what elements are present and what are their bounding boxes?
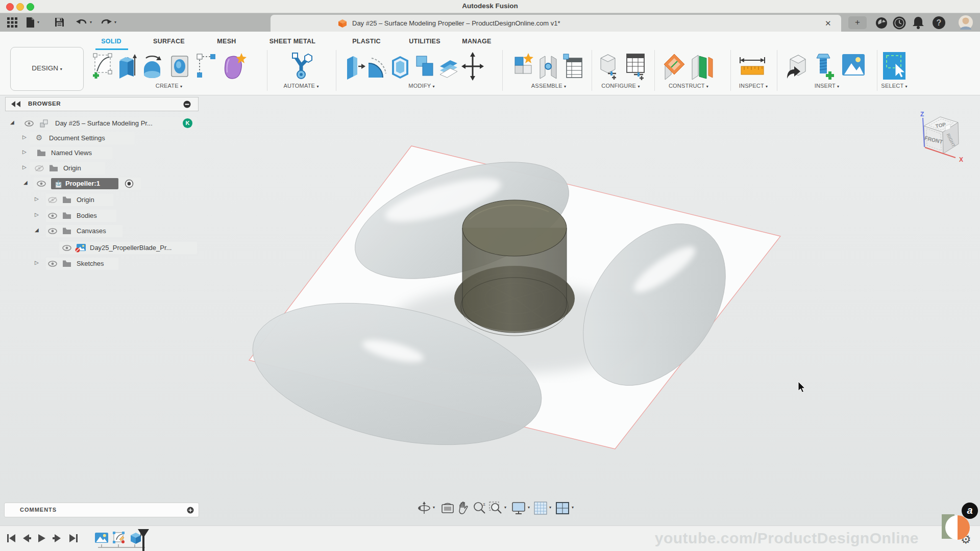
viewports-icon[interactable] — [555, 502, 570, 515]
group-label-insert[interactable]: INSERT ▾ — [815, 83, 840, 89]
zoom-window-icon[interactable] — [489, 502, 502, 515]
pattern-icon[interactable] — [195, 52, 217, 81]
tab-mesh[interactable]: MESH — [217, 38, 236, 45]
activate-component-radio[interactable] — [125, 179, 134, 188]
collapse-icon[interactable]: ▷ — [22, 134, 27, 140]
timeline-go-to-end-button[interactable] — [68, 533, 79, 543]
close-tab-icon[interactable]: ✕ — [825, 19, 831, 28]
tab-sheet-metal[interactable]: SHEET METAL — [270, 38, 316, 45]
redo-icon[interactable] — [101, 18, 112, 27]
group-label-automate[interactable]: AUTOMATE ▾ — [283, 83, 318, 89]
viewports-caret[interactable]: ▾ — [572, 505, 574, 510]
display-settings-icon[interactable] — [511, 502, 526, 515]
revolve-icon[interactable] — [141, 52, 163, 81]
midplane-icon[interactable] — [690, 52, 714, 81]
grid-snap-caret[interactable]: ▾ — [549, 505, 551, 510]
derive-icon[interactable] — [785, 52, 807, 81]
tab-plastic[interactable]: PLASTIC — [352, 38, 381, 45]
browser-row-root[interactable]: ◢ Day #25 – Surface Modeling Pr... K — [0, 117, 204, 130]
zoom-icon[interactable]: ± — [473, 502, 486, 515]
new-tab-button[interactable]: + — [848, 16, 867, 29]
collapse-icon[interactable]: ▷ — [22, 164, 27, 170]
create-form-icon[interactable] — [222, 52, 247, 81]
move-copy-icon[interactable] — [461, 52, 484, 81]
extensions-icon[interactable] — [875, 16, 888, 30]
browser-row-origin[interactable]: ▷ Origin — [0, 162, 204, 174]
collapse-icon[interactable]: ▷ — [22, 149, 27, 155]
combine-icon[interactable] — [413, 52, 436, 81]
group-label-create[interactable]: CREATE ▾ — [156, 83, 183, 89]
timeline-position-marker[interactable] — [137, 528, 150, 551]
visibility-eye-icon[interactable] — [48, 213, 57, 219]
browser-row-sketches[interactable]: ▷ Sketches — [0, 258, 204, 270]
collapse-icon[interactable]: ▷ — [35, 196, 39, 202]
collapse-icon[interactable]: ▷ — [35, 260, 39, 265]
pan-hand-icon[interactable] — [457, 502, 470, 515]
insert-canvas-icon[interactable] — [841, 52, 866, 78]
look-at-icon[interactable] — [441, 503, 454, 514]
visibility-eye-icon[interactable] — [48, 261, 57, 267]
timeline-play-button[interactable] — [37, 533, 47, 543]
browser-row-canvases[interactable]: ◢ Canvases — [0, 225, 204, 237]
construct-plane-icon[interactable] — [663, 52, 685, 81]
timeline-step-forward-button[interactable] — [52, 533, 62, 543]
group-label-inspect[interactable]: INSPECT ▾ — [739, 83, 768, 89]
save-icon[interactable] — [55, 17, 64, 27]
file-menu-icon[interactable] — [26, 17, 35, 28]
tab-manage[interactable]: MANAGE — [462, 38, 491, 45]
new-component-icon[interactable] — [513, 52, 535, 81]
redo-caret[interactable]: ▾ — [114, 20, 116, 24]
expand-icon[interactable]: ◢ — [23, 180, 28, 185]
visibility-eye-icon[interactable] — [48, 228, 57, 234]
browser-row-document-settings[interactable]: ▷ ⚙ Document Settings — [0, 132, 204, 144]
collapse-panel-icon[interactable] — [11, 101, 21, 107]
orbit-caret[interactable]: ▾ — [433, 505, 435, 510]
group-label-configure[interactable]: CONFIGURE ▾ — [601, 83, 640, 89]
notifications-bell-icon[interactable] — [912, 16, 924, 30]
tab-utilities[interactable]: UTILITIES — [409, 38, 440, 45]
visibility-off-icon[interactable] — [35, 165, 44, 171]
create-sketch-icon[interactable] — [91, 52, 113, 81]
automate-icon[interactable] — [290, 52, 312, 81]
browser-row-propeller[interactable]: ◢ ⚓ Propeller:1 — [0, 178, 204, 190]
group-label-modify[interactable]: MODIFY ▾ — [408, 83, 434, 89]
extrude-icon[interactable] — [115, 52, 138, 81]
job-status-clock-icon[interactable] — [893, 16, 906, 30]
display-settings-caret[interactable]: ▾ — [528, 505, 530, 510]
expand-icon[interactable]: ◢ — [10, 119, 14, 125]
user-avatar[interactable] — [959, 15, 973, 30]
group-label-select[interactable]: SELECT ▾ — [881, 83, 907, 89]
shell-icon[interactable] — [389, 52, 411, 81]
browser-row-named-views[interactable]: ▷ Named Views — [0, 147, 204, 159]
visibility-eye-icon[interactable] — [62, 245, 71, 251]
hole-icon[interactable] — [168, 52, 191, 81]
browser-row-canvas-item[interactable]: Day25_PropellerBlade_Pr... — [0, 242, 204, 254]
browser-panel-header[interactable]: BROWSER — [5, 97, 199, 111]
visibility-eye-icon[interactable] — [24, 120, 34, 127]
grid-snap-icon[interactable] — [534, 502, 547, 515]
visibility-off-icon[interactable] — [48, 197, 57, 203]
visibility-eye-icon[interactable] — [37, 181, 46, 187]
press-pull-icon[interactable] — [343, 52, 365, 81]
configure-icon[interactable] — [599, 52, 620, 81]
collapse-icon[interactable]: ▷ — [35, 212, 39, 217]
file-menu-caret[interactable]: ▾ — [37, 20, 39, 24]
insert-fastener-icon[interactable] — [813, 52, 837, 81]
tab-surface[interactable]: SURFACE — [153, 38, 185, 45]
configuration-table-icon[interactable] — [625, 52, 647, 81]
add-comment-icon[interactable] — [187, 507, 194, 514]
fillet-icon[interactable] — [365, 52, 388, 81]
timeline-sketch-feature[interactable] — [112, 531, 125, 544]
expand-icon[interactable]: ◢ — [35, 227, 39, 233]
tab-solid[interactable]: SOLID — [101, 38, 121, 45]
zoom-window-caret[interactable]: ▾ — [504, 505, 506, 510]
timeline-go-to-start-button[interactable] — [6, 533, 16, 543]
bom-table-icon[interactable] — [561, 52, 584, 81]
group-label-assemble[interactable]: ASSEMBLE ▾ — [531, 83, 566, 89]
undo-icon[interactable] — [76, 18, 87, 27]
browser-row-bodies[interactable]: ▷ Bodies — [0, 210, 204, 222]
timeline-step-back-button[interactable] — [21, 533, 32, 543]
select-icon[interactable] — [882, 51, 906, 81]
comments-bar[interactable]: COMMENTS — [4, 503, 199, 517]
group-label-construct[interactable]: CONSTRUCT ▾ — [669, 83, 708, 89]
